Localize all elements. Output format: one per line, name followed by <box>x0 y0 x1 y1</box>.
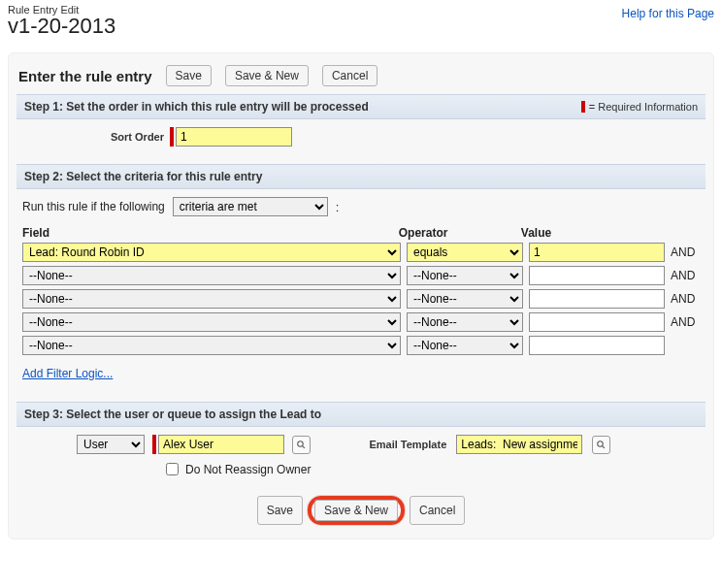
criteria-operator-select[interactable]: --None-- <box>407 312 523 332</box>
help-link[interactable]: Help for this Page <box>622 7 714 20</box>
step2-title: Step 2: Select the criteria for this rul… <box>24 170 262 183</box>
run-rule-prefix: Run this rule if the following <box>22 200 165 213</box>
step1-bar: Step 1: Set the order in which this rule… <box>16 94 706 119</box>
step2-bar: Step 2: Select the criteria for this rul… <box>16 164 706 189</box>
required-bar-icon <box>152 435 156 454</box>
sort-order-label: Sort Order <box>18 131 164 143</box>
and-label: AND <box>671 245 695 259</box>
do-not-reassign-label: Do Not Reassign Owner <box>185 463 311 476</box>
email-template-input[interactable] <box>456 435 582 454</box>
cancel-button-top[interactable]: Cancel <box>322 65 377 86</box>
criteria-field-select[interactable]: --None-- <box>22 266 401 285</box>
svg-line-1 <box>303 445 305 447</box>
save-button-bottom[interactable]: Save <box>257 496 303 525</box>
step3-title: Step 3: Select the user or queue to assi… <box>24 408 321 421</box>
criteria-operator-select[interactable]: --None-- <box>407 289 523 309</box>
criteria-field-select[interactable]: --None-- <box>22 336 401 355</box>
assignee-input[interactable] <box>158 435 284 454</box>
save-and-new-highlight: Save & New <box>308 496 405 525</box>
criteria-operator-select[interactable]: equals <box>407 243 523 262</box>
criteria-row: Lead: Round Robin IDequalsAND <box>22 243 700 262</box>
criteria-table: Field Operator Value Lead: Round Robin I… <box>22 226 700 355</box>
criteria-field-select[interactable]: Lead: Round Robin ID <box>22 243 401 262</box>
add-filter-logic-link[interactable]: Add Filter Logic... <box>22 367 113 380</box>
and-label: AND <box>671 292 695 306</box>
required-indicator-icon <box>581 101 585 113</box>
criteria-operator-select[interactable]: --None-- <box>407 336 523 355</box>
save-button-top[interactable]: Save <box>166 65 212 86</box>
cancel-button-bottom[interactable]: Cancel <box>410 496 465 525</box>
step1-title: Step 1: Set the order in which this rule… <box>24 100 369 114</box>
step3-bar: Step 3: Select the user or queue to assi… <box>16 402 706 427</box>
edit-panel: Enter the rule entry Save Save & New Can… <box>8 52 714 539</box>
and-label: AND <box>671 315 695 329</box>
required-bar-icon <box>170 127 174 147</box>
panel-heading: Enter the rule entry <box>18 68 152 84</box>
criteria-value-input[interactable] <box>529 312 665 332</box>
criteria-field-select[interactable]: --None-- <box>22 289 401 309</box>
do-not-reassign-checkbox[interactable] <box>166 463 179 475</box>
criteria-field-select[interactable]: --None-- <box>22 312 401 332</box>
email-template-lookup-icon[interactable] <box>592 436 610 454</box>
col-value-header: Value <box>521 226 662 240</box>
col-field-header: Field <box>22 226 399 240</box>
sort-order-input[interactable] <box>176 127 292 147</box>
criteria-row: --None----None-- <box>22 336 700 355</box>
criteria-value-input[interactable] <box>529 336 665 355</box>
svg-point-0 <box>298 441 304 446</box>
svg-point-2 <box>598 441 604 446</box>
save-and-new-button-top[interactable]: Save & New <box>225 65 309 86</box>
and-label: AND <box>671 269 695 282</box>
svg-line-3 <box>603 445 605 447</box>
required-note: = Required Information <box>581 101 698 113</box>
criteria-value-input[interactable] <box>529 266 665 285</box>
criteria-row: --None----None--AND <box>22 289 700 309</box>
criteria-row: --None----None--AND <box>22 312 700 332</box>
assignee-type-select[interactable]: User <box>77 435 145 454</box>
criteria-value-input[interactable] <box>529 243 665 262</box>
criteria-row: --None----None--AND <box>22 266 700 285</box>
assignee-lookup-icon[interactable] <box>292 436 311 454</box>
email-template-label: Email Template <box>369 439 446 450</box>
criteria-mode-select[interactable]: criteria are met <box>173 197 328 216</box>
criteria-operator-select[interactable]: --None-- <box>407 266 523 285</box>
criteria-value-input[interactable] <box>529 289 665 309</box>
col-operator-header: Operator <box>399 226 521 240</box>
page-title: v1-20-2013 <box>8 14 115 39</box>
save-and-new-button-bottom[interactable]: Save & New <box>314 500 398 521</box>
